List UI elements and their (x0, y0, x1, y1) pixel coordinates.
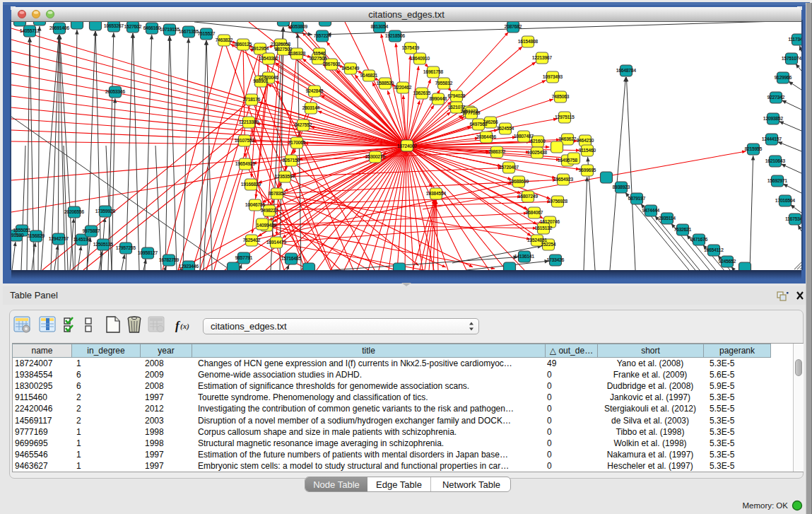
svg-text:12213389: 12213389 (239, 119, 259, 124)
svg-text:20206556: 20206556 (64, 209, 85, 214)
svg-text:25300275: 25300275 (365, 154, 386, 159)
svg-text:252254: 252254 (541, 242, 556, 247)
svg-text:2935114: 2935114 (659, 216, 676, 221)
svg-text:2867608: 2867608 (323, 62, 341, 66)
svg-text:15720407: 15720407 (499, 165, 519, 170)
svg-text:12975115: 12975115 (555, 115, 575, 119)
svg-text:16782759: 16782759 (159, 257, 180, 262)
svg-text:10653267: 10653267 (104, 23, 124, 28)
svg-text:18724007: 18724007 (397, 144, 418, 148)
svg-text:1555051: 1555051 (13, 228, 31, 233)
svg-text:10958127: 10958127 (138, 250, 158, 255)
svg-text:10973493: 10973493 (543, 74, 563, 79)
svg-text:391590: 391590 (11, 233, 24, 238)
svg-text:9699695: 9699695 (579, 168, 596, 173)
svg-text:15716485: 15716485 (281, 256, 302, 261)
svg-text:19384554: 19384554 (426, 191, 447, 196)
svg-text:14136141: 14136141 (514, 254, 535, 259)
svg-text:11675340: 11675340 (785, 216, 801, 221)
svg-text:8678352: 8678352 (269, 191, 286, 196)
svg-text:15692971: 15692971 (767, 178, 788, 183)
svg-text:(x): (x) (180, 322, 189, 331)
svg-text:1362615: 1362615 (413, 90, 431, 95)
svg-text:8186328: 8186328 (288, 51, 306, 56)
svg-text:12093852: 12093852 (763, 116, 784, 121)
svg-text:16648784: 16648784 (616, 68, 637, 73)
svg-text:8813054: 8813054 (371, 24, 389, 29)
svg-text:6466160: 6466160 (143, 25, 161, 30)
svg-text:16961758: 16961758 (423, 69, 444, 74)
svg-text:12942757: 12942757 (49, 236, 69, 241)
svg-text:23226058: 23226058 (271, 42, 291, 47)
svg-text:8454749: 8454749 (342, 66, 360, 71)
svg-text:7515527: 7515527 (198, 31, 216, 36)
svg-text:10107552: 10107552 (235, 138, 255, 143)
svg-text:988901: 988901 (253, 78, 269, 83)
svg-text:7357224: 7357224 (314, 33, 331, 38)
svg-text:20364456: 20364456 (476, 134, 497, 139)
svg-text:18640910: 18640910 (410, 56, 430, 61)
svg-text:8427552: 8427552 (295, 122, 312, 127)
svg-text:16210643: 16210643 (765, 158, 786, 163)
svg-text:6497568: 6497568 (470, 122, 488, 127)
svg-text:17016504: 17016504 (775, 198, 796, 203)
svg-text:11173458: 11173458 (788, 37, 801, 42)
svg-text:7485063: 7485063 (552, 94, 570, 99)
svg-text:12505135: 12505135 (93, 242, 114, 247)
svg-text:8267150: 8267150 (283, 158, 300, 163)
svg-text:10719155: 10719155 (160, 27, 180, 32)
svg-text:9463627: 9463627 (559, 136, 577, 141)
svg-text:7955812: 7955812 (435, 81, 453, 86)
svg-text:12213967: 12213967 (532, 55, 553, 60)
svg-text:12923446: 12923446 (179, 264, 199, 269)
svg-text:19166829: 19166829 (241, 182, 261, 187)
svg-text:1527602: 1527602 (124, 24, 142, 29)
svg-text:9474444: 9474444 (642, 208, 660, 213)
svg-text:19654923: 19654923 (553, 177, 574, 182)
svg-text:17957255: 17957255 (116, 245, 136, 250)
svg-text:19756928: 19756928 (548, 199, 568, 204)
svg-text:16914479: 16914479 (266, 240, 287, 245)
svg-text:2803144: 2803144 (302, 105, 320, 110)
svg-text:10543382: 10543382 (259, 56, 279, 61)
svg-text:8471676: 8471676 (690, 237, 708, 242)
svg-text:9115460: 9115460 (579, 148, 596, 153)
svg-text:621600: 621600 (530, 139, 546, 144)
svg-text:2170065: 2170065 (288, 140, 306, 145)
svg-text:9857791: 9857791 (235, 255, 253, 260)
svg-text:8220462: 8220462 (394, 85, 412, 90)
svg-text:2718176: 2718176 (243, 97, 261, 102)
svg-text:7463822: 7463822 (216, 37, 233, 42)
svg-text:20053346: 20053346 (105, 89, 126, 94)
svg-text:9684067: 9684067 (526, 210, 543, 215)
svg-text:9464210: 9464210 (577, 138, 594, 143)
svg-text:16807249: 16807249 (518, 194, 539, 199)
svg-text:1156829: 1156829 (28, 233, 45, 238)
svg-text:16154808: 16154808 (518, 39, 539, 44)
svg-text:8990448: 8990448 (430, 96, 447, 101)
svg-text:14055712: 14055712 (20, 28, 40, 33)
svg-text:9498222: 9498222 (261, 208, 278, 213)
svg-text:16671355: 16671355 (179, 29, 199, 34)
svg-text:9975887: 9975887 (83, 228, 100, 233)
svg-text:9227342: 9227342 (767, 95, 785, 100)
svg-text:19654925: 19654925 (235, 161, 256, 166)
svg-text:2087682: 2087682 (505, 24, 522, 29)
svg-text:10688609: 10688609 (509, 179, 529, 184)
svg-text:7986372: 7986372 (488, 149, 506, 154)
svg-text:3624554: 3624554 (497, 126, 514, 131)
svg-text:9777169: 9777169 (463, 110, 481, 115)
svg-text:1615132: 1615132 (535, 226, 553, 230)
svg-text:10046786: 10046786 (245, 202, 266, 207)
svg-text:11546: 11546 (313, 51, 326, 56)
svg-text:10654112: 10654112 (704, 247, 724, 252)
svg-text:9242848: 9242848 (306, 88, 324, 93)
svg-text:9245652: 9245652 (719, 259, 736, 264)
svg-text:6794028: 6794028 (448, 93, 466, 98)
svg-text:10807487: 10807487 (514, 134, 534, 139)
svg-text:1145194: 1145194 (73, 237, 91, 242)
svg-text:8215955: 8215955 (745, 146, 763, 151)
svg-text:14099489: 14099489 (257, 223, 277, 228)
svg-text:10025438: 10025438 (527, 150, 548, 155)
svg-text:7632621: 7632621 (674, 227, 692, 232)
